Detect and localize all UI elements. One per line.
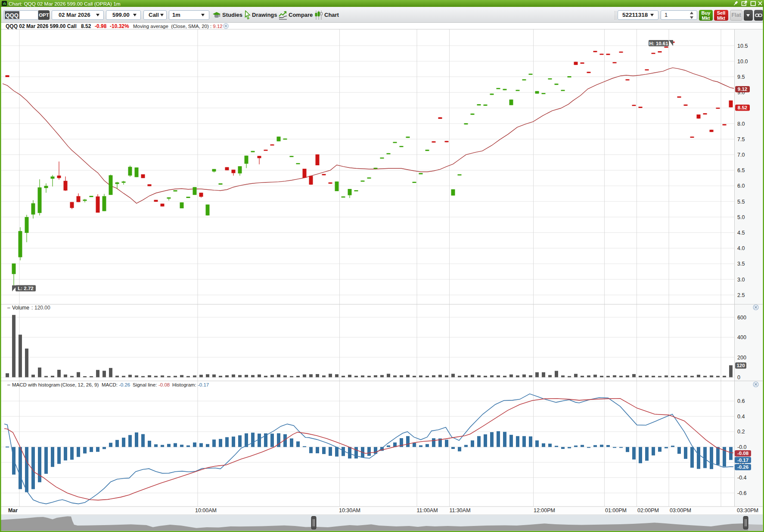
svg-text:5.0: 5.0 <box>737 214 745 220</box>
svg-text:0.4: 0.4 <box>737 414 745 420</box>
svg-text:H: 10.61: H: 10.61 <box>649 41 668 46</box>
svg-text:8.0: 8.0 <box>737 121 745 127</box>
svg-text:10.5: 10.5 <box>737 43 748 49</box>
svg-text:MACD with histogram: MACD with histogram <box>12 382 60 387</box>
svg-text:MACD:: MACD: <box>102 382 118 387</box>
svg-text:03:00PM: 03:00PM <box>670 507 691 513</box>
svg-text:0: 0 <box>737 374 740 380</box>
svg-text:10.0: 10.0 <box>737 59 748 65</box>
svg-text:9.12: 9.12 <box>738 87 747 92</box>
svg-text:10:00AM: 10:00AM <box>195 507 217 513</box>
svg-text:200: 200 <box>737 355 746 361</box>
svg-text:2.5: 2.5 <box>737 292 745 298</box>
svg-text:8.52: 8.52 <box>738 105 747 110</box>
svg-text:6.0: 6.0 <box>737 183 745 189</box>
svg-text:7.5: 7.5 <box>737 136 745 142</box>
svg-text:-0.17: -0.17 <box>737 458 748 463</box>
svg-text:-0.26: -0.26 <box>119 382 130 387</box>
svg-text:01:00PM: 01:00PM <box>605 507 627 513</box>
svg-text:0.6: 0.6 <box>737 398 745 404</box>
svg-text:Mar: Mar <box>8 507 18 513</box>
svg-text:02:00PM: 02:00PM <box>637 507 659 513</box>
svg-text:600: 600 <box>737 315 746 321</box>
svg-text:-0.08: -0.08 <box>737 451 749 456</box>
svg-text:7.0: 7.0 <box>737 152 745 158</box>
svg-text:120.00: 120.00 <box>34 305 50 311</box>
svg-text:–: – <box>7 382 10 388</box>
svg-text:3.5: 3.5 <box>737 261 745 267</box>
svg-text:5.5: 5.5 <box>737 199 745 205</box>
svg-text:11:30AM: 11:30AM <box>449 507 470 513</box>
svg-text:-0.0: -0.0 <box>737 444 747 450</box>
svg-text:-0.08: -0.08 <box>158 382 170 387</box>
svg-text:4.0: 4.0 <box>737 245 745 251</box>
svg-text:L: 2.72: L: 2.72 <box>18 286 33 291</box>
svg-text:0.2: 0.2 <box>737 429 745 435</box>
svg-text:400: 400 <box>737 334 746 340</box>
svg-text:6.5: 6.5 <box>737 167 745 173</box>
svg-text:-0.6: -0.6 <box>737 490 747 496</box>
svg-text:Signal line:: Signal line: <box>133 382 157 387</box>
svg-text:Volume: Volume <box>12 305 29 311</box>
svg-text:-0.26: -0.26 <box>737 464 748 470</box>
svg-text::: : <box>31 305 33 311</box>
svg-text:10:30AM: 10:30AM <box>339 507 360 513</box>
svg-text:03:30PM: 03:30PM <box>737 507 758 513</box>
svg-text:4.5: 4.5 <box>737 230 745 236</box>
svg-text:Histogram:: Histogram: <box>172 382 196 387</box>
svg-text:(Close, 12, 26, 9): (Close, 12, 26, 9) <box>61 382 99 387</box>
svg-text:12:00PM: 12:00PM <box>534 507 555 513</box>
svg-text:9.5: 9.5 <box>737 74 745 80</box>
svg-text:3.0: 3.0 <box>737 277 745 283</box>
svg-text:–: – <box>7 305 10 311</box>
svg-text:-0.17: -0.17 <box>198 382 209 387</box>
svg-text:120: 120 <box>736 363 745 368</box>
svg-text:-0.4: -0.4 <box>737 475 747 481</box>
svg-text:11:00AM: 11:00AM <box>416 507 438 513</box>
